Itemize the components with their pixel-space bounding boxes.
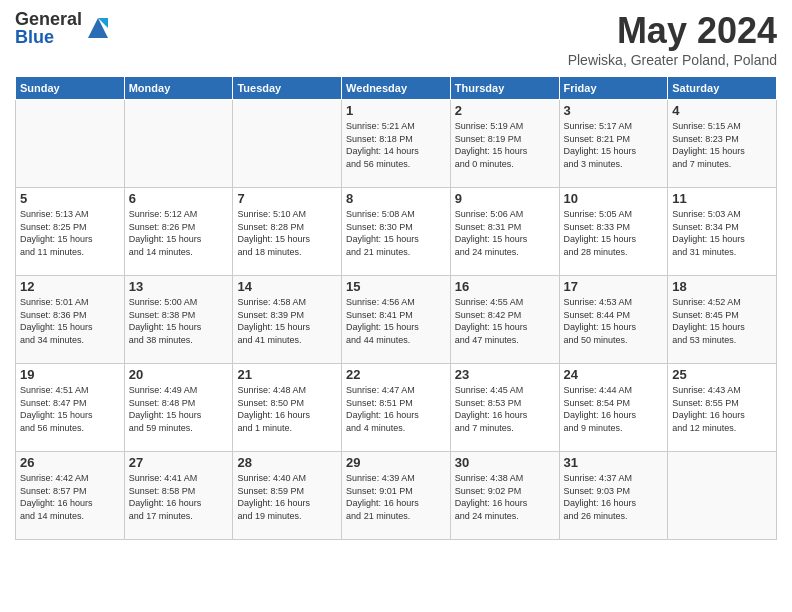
day-number: 10 bbox=[564, 191, 664, 206]
day-number: 9 bbox=[455, 191, 555, 206]
day-info: Sunrise: 4:37 AMSunset: 9:03 PMDaylight:… bbox=[564, 472, 664, 522]
table-row: 3Sunrise: 5:17 AMSunset: 8:21 PMDaylight… bbox=[559, 100, 668, 188]
page: General Blue May 2024 Plewiska, Greater … bbox=[0, 0, 792, 612]
day-number: 23 bbox=[455, 367, 555, 382]
table-row bbox=[16, 100, 125, 188]
calendar-week-5: 26Sunrise: 4:42 AMSunset: 8:57 PMDayligh… bbox=[16, 452, 777, 540]
table-row: 15Sunrise: 4:56 AMSunset: 8:41 PMDayligh… bbox=[342, 276, 451, 364]
day-number: 30 bbox=[455, 455, 555, 470]
table-row: 10Sunrise: 5:05 AMSunset: 8:33 PMDayligh… bbox=[559, 188, 668, 276]
day-number: 12 bbox=[20, 279, 120, 294]
table-row: 2Sunrise: 5:19 AMSunset: 8:19 PMDaylight… bbox=[450, 100, 559, 188]
day-number: 18 bbox=[672, 279, 772, 294]
col-thursday: Thursday bbox=[450, 77, 559, 100]
table-row: 19Sunrise: 4:51 AMSunset: 8:47 PMDayligh… bbox=[16, 364, 125, 452]
day-number: 27 bbox=[129, 455, 229, 470]
day-number: 5 bbox=[20, 191, 120, 206]
day-info: Sunrise: 5:15 AMSunset: 8:23 PMDaylight:… bbox=[672, 120, 772, 170]
day-number: 11 bbox=[672, 191, 772, 206]
table-row: 31Sunrise: 4:37 AMSunset: 9:03 PMDayligh… bbox=[559, 452, 668, 540]
logo: General Blue bbox=[15, 10, 112, 46]
table-row: 9Sunrise: 5:06 AMSunset: 8:31 PMDaylight… bbox=[450, 188, 559, 276]
table-row: 4Sunrise: 5:15 AMSunset: 8:23 PMDaylight… bbox=[668, 100, 777, 188]
table-row: 8Sunrise: 5:08 AMSunset: 8:30 PMDaylight… bbox=[342, 188, 451, 276]
day-info: Sunrise: 5:12 AMSunset: 8:26 PMDaylight:… bbox=[129, 208, 229, 258]
calendar-week-4: 19Sunrise: 4:51 AMSunset: 8:47 PMDayligh… bbox=[16, 364, 777, 452]
table-row: 24Sunrise: 4:44 AMSunset: 8:54 PMDayligh… bbox=[559, 364, 668, 452]
day-number: 1 bbox=[346, 103, 446, 118]
calendar-week-1: 1Sunrise: 5:21 AMSunset: 8:18 PMDaylight… bbox=[16, 100, 777, 188]
table-row: 11Sunrise: 5:03 AMSunset: 8:34 PMDayligh… bbox=[668, 188, 777, 276]
day-info: Sunrise: 5:10 AMSunset: 8:28 PMDaylight:… bbox=[237, 208, 337, 258]
table-row: 12Sunrise: 5:01 AMSunset: 8:36 PMDayligh… bbox=[16, 276, 125, 364]
day-number: 22 bbox=[346, 367, 446, 382]
table-row: 5Sunrise: 5:13 AMSunset: 8:25 PMDaylight… bbox=[16, 188, 125, 276]
table-row: 13Sunrise: 5:00 AMSunset: 8:38 PMDayligh… bbox=[124, 276, 233, 364]
day-number: 28 bbox=[237, 455, 337, 470]
day-number: 4 bbox=[672, 103, 772, 118]
day-info: Sunrise: 4:58 AMSunset: 8:39 PMDaylight:… bbox=[237, 296, 337, 346]
day-info: Sunrise: 5:00 AMSunset: 8:38 PMDaylight:… bbox=[129, 296, 229, 346]
table-row: 6Sunrise: 5:12 AMSunset: 8:26 PMDaylight… bbox=[124, 188, 233, 276]
day-info: Sunrise: 4:49 AMSunset: 8:48 PMDaylight:… bbox=[129, 384, 229, 434]
subtitle: Plewiska, Greater Poland, Poland bbox=[568, 52, 777, 68]
day-number: 16 bbox=[455, 279, 555, 294]
calendar-table: Sunday Monday Tuesday Wednesday Thursday… bbox=[15, 76, 777, 540]
day-number: 13 bbox=[129, 279, 229, 294]
col-wednesday: Wednesday bbox=[342, 77, 451, 100]
day-number: 8 bbox=[346, 191, 446, 206]
day-number: 19 bbox=[20, 367, 120, 382]
calendar-header-row: Sunday Monday Tuesday Wednesday Thursday… bbox=[16, 77, 777, 100]
table-row: 25Sunrise: 4:43 AMSunset: 8:55 PMDayligh… bbox=[668, 364, 777, 452]
day-info: Sunrise: 4:38 AMSunset: 9:02 PMDaylight:… bbox=[455, 472, 555, 522]
day-number: 17 bbox=[564, 279, 664, 294]
day-number: 14 bbox=[237, 279, 337, 294]
calendar-week-3: 12Sunrise: 5:01 AMSunset: 8:36 PMDayligh… bbox=[16, 276, 777, 364]
day-number: 29 bbox=[346, 455, 446, 470]
day-info: Sunrise: 4:47 AMSunset: 8:51 PMDaylight:… bbox=[346, 384, 446, 434]
logo-text: General Blue bbox=[15, 10, 82, 46]
day-number: 20 bbox=[129, 367, 229, 382]
day-info: Sunrise: 4:44 AMSunset: 8:54 PMDaylight:… bbox=[564, 384, 664, 434]
table-row bbox=[233, 100, 342, 188]
logo-blue: Blue bbox=[15, 28, 82, 46]
col-monday: Monday bbox=[124, 77, 233, 100]
day-number: 24 bbox=[564, 367, 664, 382]
table-row bbox=[668, 452, 777, 540]
day-info: Sunrise: 4:52 AMSunset: 8:45 PMDaylight:… bbox=[672, 296, 772, 346]
table-row: 1Sunrise: 5:21 AMSunset: 8:18 PMDaylight… bbox=[342, 100, 451, 188]
day-info: Sunrise: 4:48 AMSunset: 8:50 PMDaylight:… bbox=[237, 384, 337, 434]
col-saturday: Saturday bbox=[668, 77, 777, 100]
day-info: Sunrise: 4:39 AMSunset: 9:01 PMDaylight:… bbox=[346, 472, 446, 522]
day-info: Sunrise: 5:01 AMSunset: 8:36 PMDaylight:… bbox=[20, 296, 120, 346]
table-row: 26Sunrise: 4:42 AMSunset: 8:57 PMDayligh… bbox=[16, 452, 125, 540]
table-row bbox=[124, 100, 233, 188]
day-info: Sunrise: 5:06 AMSunset: 8:31 PMDaylight:… bbox=[455, 208, 555, 258]
day-info: Sunrise: 5:13 AMSunset: 8:25 PMDaylight:… bbox=[20, 208, 120, 258]
col-tuesday: Tuesday bbox=[233, 77, 342, 100]
table-row: 20Sunrise: 4:49 AMSunset: 8:48 PMDayligh… bbox=[124, 364, 233, 452]
day-info: Sunrise: 4:45 AMSunset: 8:53 PMDaylight:… bbox=[455, 384, 555, 434]
day-info: Sunrise: 4:41 AMSunset: 8:58 PMDaylight:… bbox=[129, 472, 229, 522]
table-row: 27Sunrise: 4:41 AMSunset: 8:58 PMDayligh… bbox=[124, 452, 233, 540]
day-info: Sunrise: 5:03 AMSunset: 8:34 PMDaylight:… bbox=[672, 208, 772, 258]
day-info: Sunrise: 5:08 AMSunset: 8:30 PMDaylight:… bbox=[346, 208, 446, 258]
table-row: 16Sunrise: 4:55 AMSunset: 8:42 PMDayligh… bbox=[450, 276, 559, 364]
logo-icon bbox=[84, 14, 112, 42]
day-number: 26 bbox=[20, 455, 120, 470]
table-row: 30Sunrise: 4:38 AMSunset: 9:02 PMDayligh… bbox=[450, 452, 559, 540]
day-info: Sunrise: 4:43 AMSunset: 8:55 PMDaylight:… bbox=[672, 384, 772, 434]
day-number: 7 bbox=[237, 191, 337, 206]
day-info: Sunrise: 5:21 AMSunset: 8:18 PMDaylight:… bbox=[346, 120, 446, 170]
header: General Blue May 2024 Plewiska, Greater … bbox=[15, 10, 777, 68]
day-number: 15 bbox=[346, 279, 446, 294]
title-block: May 2024 Plewiska, Greater Poland, Polan… bbox=[568, 10, 777, 68]
day-number: 31 bbox=[564, 455, 664, 470]
day-number: 3 bbox=[564, 103, 664, 118]
table-row: 23Sunrise: 4:45 AMSunset: 8:53 PMDayligh… bbox=[450, 364, 559, 452]
day-info: Sunrise: 5:17 AMSunset: 8:21 PMDaylight:… bbox=[564, 120, 664, 170]
table-row: 29Sunrise: 4:39 AMSunset: 9:01 PMDayligh… bbox=[342, 452, 451, 540]
table-row: 14Sunrise: 4:58 AMSunset: 8:39 PMDayligh… bbox=[233, 276, 342, 364]
table-row: 7Sunrise: 5:10 AMSunset: 8:28 PMDaylight… bbox=[233, 188, 342, 276]
logo-general: General bbox=[15, 10, 82, 28]
